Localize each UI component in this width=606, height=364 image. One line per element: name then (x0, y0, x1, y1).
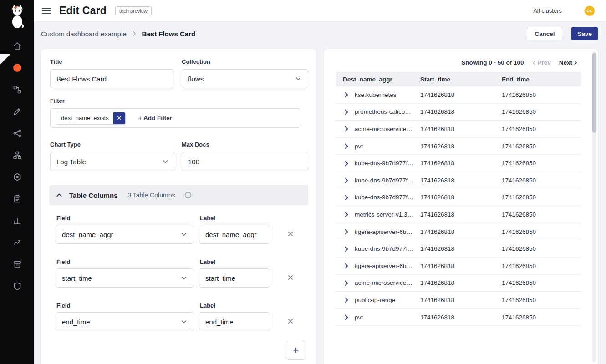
expand-chevron-icon[interactable] (343, 177, 355, 184)
table-row[interactable]: kube-dns-9b7d977f… 1741626818 1741626850 (336, 172, 581, 189)
image-assurance-icon[interactable] (0, 253, 34, 275)
chart-type-label: Chart Type (50, 141, 81, 148)
breadcrumb-chevron-icon (131, 30, 137, 37)
cancel-button[interactable]: Cancel (527, 27, 562, 40)
column-editor: Field dest_name_aggr Label (41, 215, 316, 258)
add-filter-link[interactable]: + Add Filter (138, 115, 172, 121)
endpoints-icon[interactable] (0, 122, 34, 144)
threat-defense-icon[interactable] (0, 275, 34, 297)
col-header[interactable]: End_time (502, 76, 581, 83)
field-label: Field (56, 258, 70, 265)
field-select[interactable]: end_time (56, 312, 194, 331)
table-row[interactable]: pvt 1741626818 1741626850 (336, 138, 581, 155)
max-docs-input[interactable] (182, 152, 308, 171)
add-column-button[interactable]: + (286, 341, 306, 360)
chart-type-select[interactable]: Log Table (50, 152, 175, 171)
next-button[interactable]: Next (559, 59, 579, 66)
table-row[interactable]: kube-dns-9b7d977f… 1741626818 1741626850 (336, 189, 581, 207)
calico-logo[interactable] (8, 4, 26, 31)
table-row[interactable]: pvt 1741626818 1741626850 (336, 309, 581, 326)
card-preview-panel: Showing 0 - 50 of 100 Prev Next Dest_nam… (324, 49, 598, 364)
chevron-right-icon (572, 60, 579, 66)
expand-chevron-icon[interactable] (343, 279, 355, 287)
scrollbar-track[interactable] (592, 51, 596, 362)
collection-label: Collection (182, 58, 210, 65)
field-select[interactable]: dest_name_aggr (56, 225, 194, 244)
expand-chevron-icon[interactable] (343, 108, 355, 116)
expand-chevron-icon[interactable] (343, 296, 355, 303)
label-input[interactable] (199, 312, 270, 331)
filter-container[interactable]: dest_name: exists ✕ + Add Filter (50, 108, 300, 128)
table-row[interactable]: metrics-server-v1.3… 1741626818 17416268… (336, 206, 581, 223)
label-input[interactable] (199, 225, 270, 244)
breadcrumb-parent[interactable]: Custom dashboard example (41, 30, 127, 38)
save-button[interactable]: Save (571, 27, 598, 40)
expand-chevron-icon[interactable] (343, 125, 355, 132)
avatar[interactable]: CC (585, 6, 595, 16)
remove-column-icon[interactable] (284, 271, 297, 284)
title-input[interactable] (50, 69, 174, 88)
app-header: Edit Card tech preview All clusters CC (34, 0, 606, 22)
policies-icon[interactable] (0, 101, 34, 122)
filter-label: Filter (50, 97, 65, 104)
chevron-left-icon (531, 60, 537, 66)
label-label: Label (200, 215, 215, 222)
remove-column-icon[interactable] (284, 228, 297, 240)
clusters-icon[interactable] (0, 166, 34, 188)
info-icon[interactable] (184, 192, 192, 199)
filter-chip[interactable]: dest_name: exists ✕ (56, 112, 126, 125)
expand-chevron-icon[interactable] (343, 194, 355, 201)
chevron-down-icon (180, 274, 188, 282)
table-row[interactable]: acme-microservice… 1741626818 1741626850 (336, 275, 581, 292)
expand-chevron-icon[interactable] (343, 245, 355, 253)
label-label: Label (200, 258, 215, 265)
field-select[interactable]: start_time (56, 268, 194, 288)
expand-chevron-icon[interactable] (343, 160, 355, 167)
scrollbar-thumb[interactable] (592, 53, 596, 133)
page-title: Edit Card (59, 5, 107, 17)
table-row[interactable]: acme-microservice… 1741626818 1741626850 (336, 121, 581, 138)
expand-chevron-icon[interactable] (343, 228, 355, 235)
expand-chevron-icon[interactable] (343, 313, 355, 321)
remove-column-icon[interactable] (284, 315, 297, 328)
chevron-down-icon (295, 75, 302, 82)
table-row[interactable]: kse.kubernetes 1741626818 1741626850 (336, 86, 581, 104)
prev-button[interactable]: Prev (531, 59, 550, 66)
showing-text: Showing 0 - 50 of 100 (461, 59, 524, 66)
tech-preview-badge: tech preview (115, 6, 152, 15)
remove-filter-icon[interactable]: ✕ (113, 112, 125, 125)
filter-chip-text: dest_name: exists (56, 112, 113, 124)
expand-chevron-icon[interactable] (343, 142, 355, 150)
service-graph-icon[interactable] (0, 79, 34, 101)
expand-chevron-icon[interactable] (343, 262, 355, 269)
card-editor-panel: Title Collection flows Filter dest_name:… (41, 49, 316, 364)
menu-toggle-icon[interactable] (42, 8, 51, 14)
cluster-selector[interactable]: All clusters (533, 7, 562, 14)
label-label: Label (200, 302, 215, 309)
table-row[interactable]: kube-dns-9b7d977f… 1741626818 1741626850 (336, 155, 581, 172)
table-row[interactable]: tigera-apiserver-6b… 1741626818 17416268… (336, 223, 581, 241)
network-sets-icon[interactable] (0, 144, 34, 166)
table-row[interactable]: tigera-apiserver-6b… 1741626818 17416268… (336, 258, 581, 275)
max-docs-label: Max Docs (182, 141, 209, 148)
chevron-down-icon (180, 318, 188, 325)
collection-select[interactable]: flows (182, 69, 308, 88)
table-columns-title: Table Columns (69, 192, 117, 199)
table-header-row: Dest_name_aggr Start_time End_time (336, 72, 581, 86)
expand-chevron-icon[interactable] (343, 211, 355, 218)
column-editor: Field end_time Label (41, 302, 316, 346)
table-row[interactable]: prometheus-calico… 1741626818 1741626850 (336, 104, 581, 121)
column-editor: Field start_time Label (41, 258, 316, 302)
activity-icon[interactable] (0, 232, 34, 253)
expand-chevron-icon[interactable] (343, 91, 355, 98)
table-row[interactable]: public-ip-range 1741626818 1741626850 (336, 292, 581, 309)
table-columns-header[interactable]: Table Columns 3 Table Columns (49, 185, 308, 205)
col-header[interactable]: Start_time (420, 76, 502, 83)
col-header[interactable]: Dest_name_aggr (343, 76, 420, 83)
compliance-icon[interactable] (0, 188, 34, 210)
table-row[interactable]: kube-dns-9b7d977f… 1741626818 1741626850 (336, 240, 581, 258)
label-input[interactable] (199, 268, 270, 288)
breadcrumb-bar: Custom dashboard example Best Flows Card… (34, 22, 606, 46)
collapse-chevron-icon[interactable] (56, 192, 63, 199)
logs-icon[interactable] (0, 210, 34, 232)
